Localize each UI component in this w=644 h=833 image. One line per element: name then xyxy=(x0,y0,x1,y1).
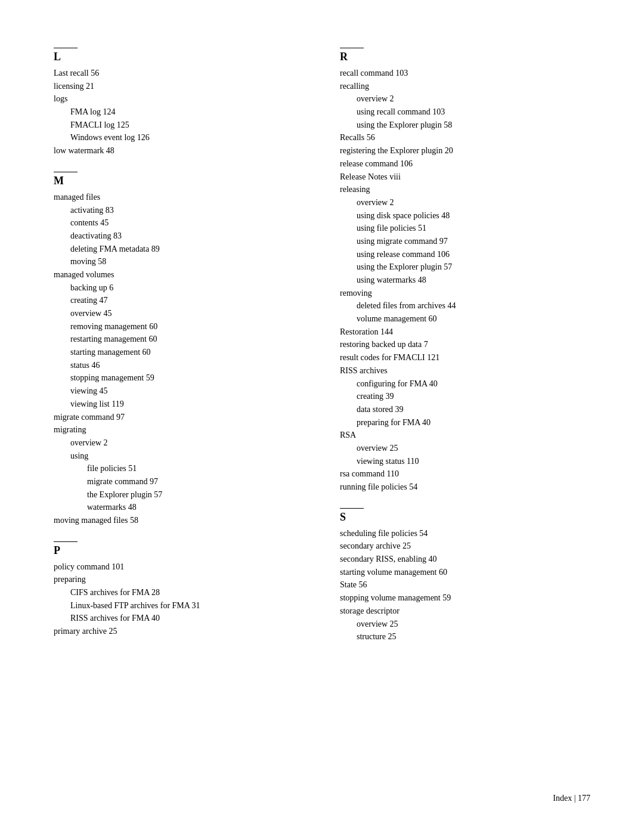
index-entry: structure 25 xyxy=(340,630,590,643)
index-entry: removing xyxy=(340,287,590,300)
index-entry: status 46 xyxy=(54,359,304,372)
index-entry: starting volume management 60 xyxy=(340,566,590,579)
section-rule xyxy=(340,48,364,48)
index-entry: the Explorer plugin 57 xyxy=(54,488,304,501)
index-entry: using the Explorer plugin 58 xyxy=(340,119,590,132)
index-entry: restarting management 60 xyxy=(54,333,304,346)
index-entry: preparing for FMA 40 xyxy=(340,416,590,429)
index-entry: stopping management 59 xyxy=(54,371,304,385)
index-entry: viewing 45 xyxy=(54,385,304,398)
index-entry: viewing status 110 xyxy=(340,455,590,468)
index-entry: releasing xyxy=(340,183,590,196)
index-entry: registering the Explorer plugin 20 xyxy=(340,144,590,157)
index-entry: RISS archives for FMA 40 xyxy=(54,612,304,625)
index-entry: Restoration 144 xyxy=(340,326,590,339)
index-entry: using recall command 103 xyxy=(340,106,590,119)
index-section: Rrecall command 103recallingoverview 2us… xyxy=(340,48,590,494)
index-entry: deactivating 83 xyxy=(54,230,304,243)
left-column: LLast recall 56licensing 21logsFMA log 1… xyxy=(54,48,304,658)
index-entry: low watermark 48 xyxy=(54,144,304,157)
index-entry: migrate command 97 xyxy=(54,475,304,488)
index-entry: overview 2 xyxy=(54,436,304,450)
page-container: LLast recall 56licensing 21logsFMA log 1… xyxy=(0,0,644,833)
index-entry: deleting FMA metadata 89 xyxy=(54,243,304,256)
section-rule xyxy=(54,541,78,542)
index-entry: overview 25 xyxy=(340,618,590,631)
index-section: LLast recall 56licensing 21logsFMA log 1… xyxy=(54,48,304,157)
index-entry: moving 58 xyxy=(54,255,304,268)
index-entry: RSA xyxy=(340,429,590,442)
section-rule xyxy=(340,508,364,509)
index-entry: logs xyxy=(54,92,304,106)
index-entry: State 56 xyxy=(340,578,590,592)
index-entry: FMA log 124 xyxy=(54,106,304,119)
index-entry: moving managed files 58 xyxy=(54,514,304,527)
index-entry: FMACLI log 125 xyxy=(54,119,304,132)
index-entry: CIFS archives for FMA 28 xyxy=(54,586,304,599)
index-entry: data stored 39 xyxy=(340,403,590,416)
index-entry: creating 39 xyxy=(340,390,590,403)
index-entry: policy command 101 xyxy=(54,561,304,574)
index-entry: managed files xyxy=(54,191,304,204)
page-footer: Index | 177 xyxy=(553,794,590,803)
index-entry: using release command 106 xyxy=(340,248,590,261)
section-letter: L xyxy=(54,51,304,63)
index-entry: rsa command 110 xyxy=(340,467,590,481)
index-entry: Windows event log 126 xyxy=(54,131,304,144)
index-entry: using watermarks 48 xyxy=(340,274,590,287)
index-entry: creating 47 xyxy=(54,294,304,307)
index-section: Sscheduling file policies 54secondary ar… xyxy=(340,508,590,643)
index-entry: licensing 21 xyxy=(54,80,304,93)
index-entry: overview 2 xyxy=(340,92,590,106)
index-entry: viewing list 119 xyxy=(54,398,304,411)
index-entry: starting management 60 xyxy=(54,346,304,359)
index-section: Ppolicy command 101preparingCIFS archive… xyxy=(54,541,304,638)
index-entry: result codes for FMACLI 121 xyxy=(340,351,590,364)
index-entry: migrating xyxy=(54,423,304,436)
index-entry: using migrate command 97 xyxy=(340,235,590,248)
index-entry: overview 45 xyxy=(54,307,304,320)
right-column: Rrecall command 103recallingoverview 2us… xyxy=(340,48,590,658)
index-entry: Last recall 56 xyxy=(54,67,304,80)
index-entry: using disk space policies 48 xyxy=(340,209,590,222)
index-entry: configuring for FMA 40 xyxy=(340,377,590,391)
index-entry: recall command 103 xyxy=(340,67,590,80)
index-entry: overview 25 xyxy=(340,442,590,455)
index-entry: secondary archive 25 xyxy=(340,540,590,553)
index-entry: using file policies 51 xyxy=(340,222,590,235)
index-entry: restoring backed up data 7 xyxy=(340,338,590,351)
section-letter: P xyxy=(54,544,304,557)
index-entry: stopping volume management 59 xyxy=(340,592,590,605)
index-entry: Recalls 56 xyxy=(340,131,590,144)
index-entry: managed volumes xyxy=(54,268,304,281)
index-entry: Release Notes viii xyxy=(340,171,590,184)
section-rule xyxy=(54,172,78,172)
index-entry: release command 106 xyxy=(340,157,590,171)
index-entry: removing management 60 xyxy=(54,320,304,333)
index-entry: volume management 60 xyxy=(340,312,590,326)
index-entry: RISS archives xyxy=(340,364,590,377)
section-rule xyxy=(54,48,78,48)
index-entry: Linux-based FTP archives for FMA 31 xyxy=(54,599,304,612)
index-entry: preparing xyxy=(54,573,304,586)
index-entry: backing up 6 xyxy=(54,281,304,295)
index-entry: scheduling file policies 54 xyxy=(340,527,590,540)
section-letter: M xyxy=(54,175,304,187)
index-entry: recalling xyxy=(340,80,590,93)
index-entry: primary archive 25 xyxy=(54,625,304,638)
section-letter: R xyxy=(340,51,590,63)
section-letter: S xyxy=(340,511,590,524)
index-entry: watermarks 48 xyxy=(54,501,304,514)
index-entry: storage descriptor xyxy=(340,605,590,618)
index-entry: using the Explorer plugin 57 xyxy=(340,261,590,274)
index-entry: overview 2 xyxy=(340,196,590,209)
index-section: Mmanaged filesactivating 83contents 45de… xyxy=(54,172,304,527)
index-entry: activating 83 xyxy=(54,204,304,217)
index-columns: LLast recall 56licensing 21logsFMA log 1… xyxy=(54,48,590,658)
index-entry: using xyxy=(54,450,304,463)
index-entry: contents 45 xyxy=(54,216,304,230)
index-entry: running file policies 54 xyxy=(340,481,590,494)
index-entry: deleted files from archives 44 xyxy=(340,299,590,312)
index-entry: file policies 51 xyxy=(54,462,304,475)
index-entry: migrate command 97 xyxy=(54,411,304,424)
